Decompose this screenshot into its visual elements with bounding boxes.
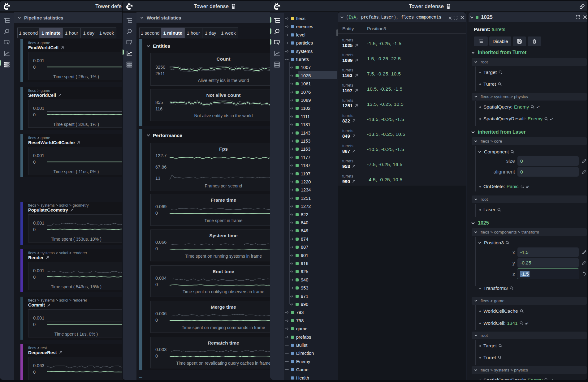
svg-text:*: *: [552, 378, 553, 380]
svg-text:*: *: [527, 321, 529, 325]
svg-text:*: *: [528, 185, 530, 188]
svg-text:*: *: [552, 117, 553, 121]
svg-text:*: *: [538, 105, 540, 109]
